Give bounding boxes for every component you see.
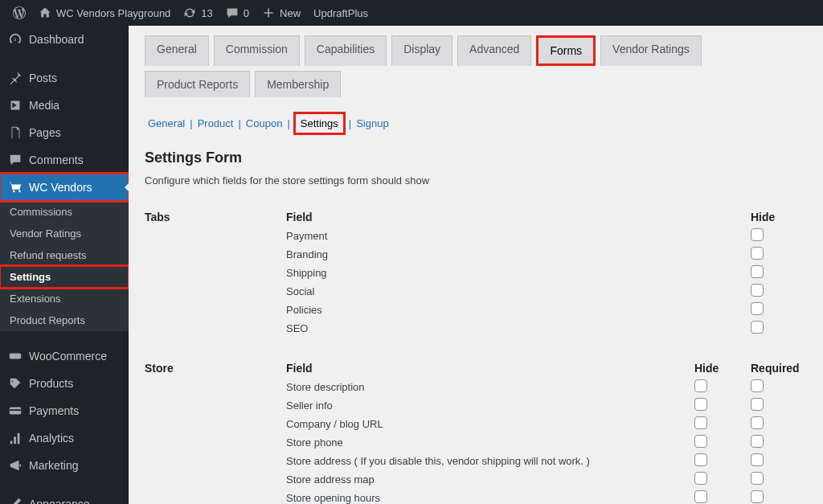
tabs-field-row: Shipping: [286, 264, 807, 282]
menu-comments[interactable]: Comments: [0, 146, 129, 174]
subtab-settings[interactable]: Settings: [293, 112, 346, 135]
subtab-coupon[interactable]: Coupon: [244, 117, 285, 129]
hide-checkbox[interactable]: [751, 265, 764, 278]
comments-ab[interactable]: 0: [219, 0, 256, 26]
tab-general[interactable]: General: [145, 35, 209, 66]
tabs-header-hide: Hide: [751, 211, 807, 223]
menu-payments[interactable]: Payments: [0, 397, 129, 424]
field-label: Social: [286, 285, 751, 297]
hide-checkbox[interactable]: [694, 490, 707, 503]
store-header-field: Field: [286, 362, 694, 375]
submenu-refund[interactable]: Refund requests: [0, 244, 129, 266]
hide-checkbox[interactable]: [694, 398, 707, 411]
field-label: Seller info: [286, 400, 694, 412]
comment-icon: [226, 6, 239, 19]
hide-checkbox[interactable]: [751, 228, 764, 241]
required-checkbox[interactable]: [751, 490, 764, 503]
required-checkbox[interactable]: [751, 472, 764, 485]
tabs-header-field: Field: [286, 211, 751, 223]
required-checkbox[interactable]: [751, 398, 764, 411]
required-checkbox[interactable]: [751, 416, 764, 429]
tab-product-reports[interactable]: Product Reports: [145, 71, 250, 97]
submenu-extensions[interactable]: Extensions: [0, 288, 129, 309]
menu-marketing[interactable]: Marketing: [0, 452, 129, 479]
hide-checkbox[interactable]: [694, 379, 707, 392]
tabs-field-row: Social: [286, 282, 807, 301]
analytics-icon: [8, 431, 23, 445]
store-field-row: Company / blog URL: [286, 415, 807, 433]
store-section: Store Field Hide Required Store descript…: [145, 362, 807, 504]
new-label: New: [280, 7, 301, 19]
tab-forms[interactable]: Forms: [536, 35, 596, 66]
submenu-settings[interactable]: Settings: [0, 266, 129, 288]
tab-capabilities[interactable]: Capabilities: [305, 35, 387, 66]
field-label: Store address ( If you disable this, ven…: [286, 455, 694, 467]
hide-checkbox[interactable]: [694, 435, 707, 448]
menu-media[interactable]: Media: [0, 92, 129, 119]
hide-checkbox[interactable]: [751, 321, 764, 334]
submenu-commissions[interactable]: Commissions: [0, 201, 129, 223]
menu-analytics[interactable]: Analytics: [0, 424, 129, 452]
store-section-label: Store: [145, 362, 286, 375]
submenu-product-reports[interactable]: Product Reports: [0, 309, 129, 331]
site-home[interactable]: WC Vendors Playground: [32, 0, 177, 26]
updates-count: 13: [201, 7, 212, 19]
refresh-icon: [183, 6, 196, 19]
hide-checkbox[interactable]: [694, 453, 707, 466]
field-label: SEO: [286, 322, 751, 334]
tabs-field-row: Policies: [286, 301, 807, 319]
store-field-row: Seller info: [286, 396, 807, 415]
svg-rect-0: [10, 353, 21, 359]
content-area: General Commission Capabilities Display …: [129, 26, 823, 504]
menu-posts[interactable]: Posts: [0, 64, 129, 92]
comments-icon: [8, 153, 23, 167]
hide-checkbox[interactable]: [694, 416, 707, 429]
store-field-row: Store phone: [286, 433, 807, 452]
field-label: Policies: [286, 304, 751, 316]
subtab-signup[interactable]: Signup: [354, 117, 390, 129]
wcvendors-submenu: Commissions Vendor Ratings Refund reques…: [0, 201, 129, 331]
home-icon: [39, 6, 51, 19]
hide-checkbox[interactable]: [694, 472, 707, 485]
store-header-required: Required: [751, 362, 807, 375]
menu-woocommerce[interactable]: WooCommerce: [0, 342, 129, 370]
subtab-product[interactable]: Product: [196, 117, 235, 129]
tab-membership[interactable]: Membership: [255, 71, 341, 97]
brush-icon: [8, 497, 23, 504]
submenu-vendor-ratings[interactable]: Vendor Ratings: [0, 223, 129, 244]
tab-vendor-ratings[interactable]: Vendor Ratings: [600, 35, 702, 66]
wordpress-icon: [13, 6, 26, 19]
plus-icon: [262, 6, 275, 19]
tab-commission[interactable]: Commission: [214, 35, 300, 66]
media-icon: [8, 98, 23, 113]
comments-count: 0: [244, 7, 249, 19]
tab-display[interactable]: Display: [391, 35, 452, 66]
hide-checkbox[interactable]: [751, 284, 764, 297]
tab-advanced[interactable]: Advanced: [457, 35, 531, 66]
hide-checkbox[interactable]: [751, 302, 764, 315]
required-checkbox[interactable]: [751, 453, 764, 466]
menu-pages[interactable]: Pages: [0, 119, 129, 146]
menu-appearance[interactable]: Appearance: [0, 490, 129, 504]
required-checkbox[interactable]: [751, 435, 764, 448]
field-label: Company / blog URL: [286, 418, 694, 430]
page-icon: [8, 125, 23, 140]
pin-icon: [8, 71, 23, 85]
menu-wcvendors[interactable]: WC Vendors: [0, 174, 129, 201]
field-label: Store description: [286, 381, 694, 393]
woo-icon: [8, 349, 23, 363]
new-content[interactable]: New: [256, 0, 307, 26]
tabs-field-row: SEO: [286, 319, 807, 338]
hide-checkbox[interactable]: [751, 247, 764, 260]
updates[interactable]: 13: [177, 0, 219, 26]
menu-dashboard[interactable]: Dashboard: [0, 26, 129, 53]
wp-logo[interactable]: [6, 0, 32, 26]
required-checkbox[interactable]: [751, 379, 764, 392]
store-field-row: Store opening hours: [286, 489, 807, 504]
tabs-field-row: Payment: [286, 227, 807, 245]
updraft-item[interactable]: UpdraftPlus: [307, 0, 375, 26]
field-label: Store phone: [286, 436, 694, 449]
menu-products[interactable]: Products: [0, 370, 129, 397]
field-label: Shipping: [286, 267, 751, 279]
subtab-general[interactable]: General: [146, 117, 186, 129]
